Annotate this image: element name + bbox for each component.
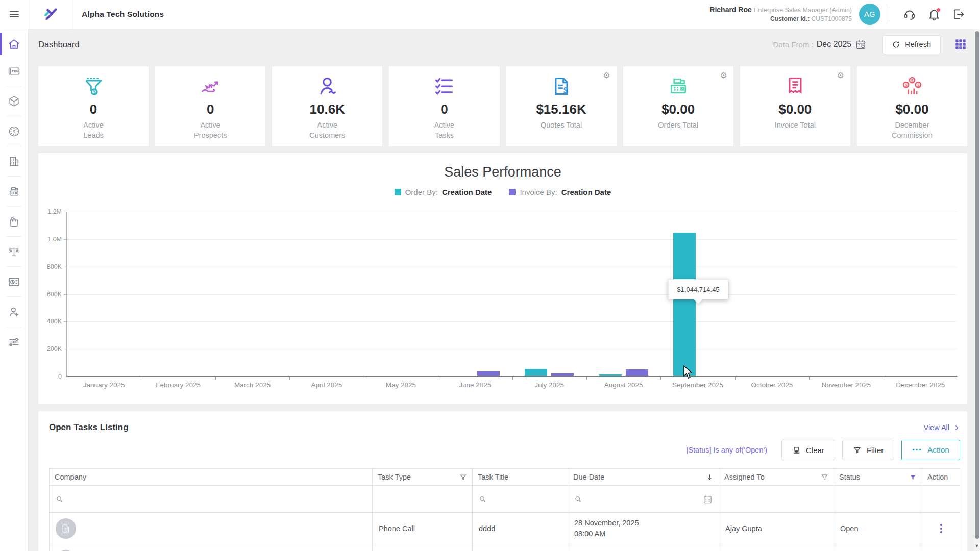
chart-bar-invoice-8[interactable] xyxy=(626,369,648,376)
row-actions-kebab-icon[interactable] xyxy=(928,524,953,533)
due-date-search-cell[interactable] xyxy=(568,486,719,513)
sidebar-item-sales-register[interactable] xyxy=(0,179,28,204)
task-type-cell: Send Email xyxy=(373,544,473,551)
customer-id-value: CUST1000875 xyxy=(812,15,852,22)
x-axis-tick xyxy=(67,376,67,380)
kpi-card-quotes-total[interactable]: ⚙ $ $15.16K Quotes Total xyxy=(506,66,617,146)
active-filter-chip[interactable]: [Status] Is any of('Open') xyxy=(686,446,767,454)
vertical-scrollbar[interactable]: ▼ xyxy=(974,29,980,551)
kpi-value: $0.00 xyxy=(662,102,695,117)
x-axis-label: February 2025 xyxy=(141,381,215,389)
kpi-card-active-customers[interactable]: 10.6K Active Customers xyxy=(272,66,382,146)
action-dots-icon: ••• xyxy=(912,447,922,453)
kpi-label: Active Customers xyxy=(309,120,345,140)
sidebar-divider xyxy=(7,236,21,237)
app-logo[interactable] xyxy=(29,0,74,29)
sidebar-item-crm[interactable]: CRM xyxy=(0,59,28,83)
column-header-task-type[interactable]: Task Type xyxy=(373,469,473,486)
chart-bar-order-9[interactable] xyxy=(673,233,696,376)
chart-gridline xyxy=(67,349,957,349)
legend-item-order[interactable]: Order By: Creation Date xyxy=(395,188,492,196)
column-header-due-date[interactable]: Due Date xyxy=(568,469,719,486)
column-header-assigned-to[interactable]: Assigned To xyxy=(719,469,834,486)
action-button[interactable]: ••• Action xyxy=(901,440,960,460)
chart-bar-order-8[interactable] xyxy=(599,374,622,376)
sidebar-item-home[interactable] xyxy=(0,32,28,56)
status-search-cell[interactable] xyxy=(834,486,922,513)
y-axis-label: 200K xyxy=(33,345,62,353)
y-axis-label: 1.2M xyxy=(33,208,62,215)
page-title: Dashboard xyxy=(38,40,80,49)
action-search-cell xyxy=(922,486,960,513)
kpi-label: Active Prospects xyxy=(194,120,227,140)
chart-title: Sales Performance xyxy=(38,153,967,180)
column-header-company[interactable]: Company xyxy=(50,469,373,486)
column-header-task-title[interactable]: Task Title xyxy=(473,469,568,486)
task-type-search-cell[interactable] xyxy=(373,486,473,513)
y-axis-label: 800K xyxy=(33,263,62,270)
gear-icon[interactable]: ⚙ xyxy=(720,71,727,80)
gear-icon[interactable]: ⚙ xyxy=(837,71,844,80)
y-axis-tick xyxy=(64,294,67,295)
data-from-label: Data From : xyxy=(773,40,814,49)
kpi-card-active-leads[interactable]: $ 0 Active Leads xyxy=(38,66,149,146)
scrollbar-thumb[interactable] xyxy=(975,31,979,539)
y-axis-label: 1.0M xyxy=(33,236,62,243)
sidebar-item-finance[interactable]: $ xyxy=(0,119,28,143)
hamburger-menu-icon[interactable] xyxy=(0,0,29,29)
filter-funnel-icon xyxy=(853,446,862,455)
gear-icon[interactable]: ⚙ xyxy=(603,71,610,80)
filter-button[interactable]: Filter xyxy=(842,440,894,460)
view-all-link[interactable]: View All xyxy=(923,423,960,432)
prospects-hand-chart-icon xyxy=(199,74,222,98)
mouse-cursor xyxy=(683,365,694,380)
kpi-card-orders-total[interactable]: ⚙ $0.00 Orders Total xyxy=(623,66,733,146)
user-info[interactable]: Richard Roe Enterprise Sales Manager (Ad… xyxy=(709,5,852,23)
legend-prefix: Order By: xyxy=(405,188,438,196)
status-cell: Open xyxy=(834,513,922,544)
sidebar-item-products[interactable] xyxy=(0,89,28,113)
kpi-card-active-prospects[interactable]: 0 Active Prospects xyxy=(155,66,265,146)
sidebar-item-reports[interactable] xyxy=(0,269,28,294)
avatar[interactable]: AG xyxy=(859,4,880,25)
kpi-value: $0.00 xyxy=(778,102,812,117)
refresh-button[interactable]: Refresh xyxy=(882,35,941,54)
company-search-cell[interactable] xyxy=(50,486,373,513)
sidebar-item-ledger[interactable]: DC xyxy=(0,239,28,264)
x-axis-tick xyxy=(364,376,364,380)
chart-bar-invoice-6[interactable] xyxy=(477,371,500,376)
sidebar-item-accounts[interactable] xyxy=(0,149,28,173)
sort-desc-icon[interactable] xyxy=(706,473,714,481)
table-row[interactable]: 121 AURORA HEALTH CARE CENTRAL Send Emai… xyxy=(50,544,960,551)
date-picker-icon[interactable] xyxy=(855,39,867,50)
kpi-card-active-tasks[interactable]: 0 Active Tasks xyxy=(389,66,499,146)
task-title-search-cell[interactable] xyxy=(473,486,568,513)
y-axis-tick xyxy=(64,239,67,240)
kpi-card-invoice-total[interactable]: ⚙ $0.00 Invoice Total xyxy=(740,66,850,146)
kpi-card-december-commission[interactable]: $$$ $0.00 December Commission xyxy=(857,66,967,146)
sidebar-item-add-user[interactable] xyxy=(0,299,28,324)
sidebar-item-settings[interactable] xyxy=(0,330,28,354)
table-row[interactable]: Phone Call dddd 28 November, 202508:00 A… xyxy=(50,513,960,544)
notifications-bell-icon[interactable] xyxy=(927,8,941,21)
column-header-status[interactable]: Status xyxy=(834,469,922,486)
filter-funnel-filled-icon[interactable] xyxy=(909,473,917,481)
support-headset-icon[interactable] xyxy=(903,8,916,21)
sidebar-item-purchases[interactable] xyxy=(0,209,28,234)
legend-prefix: Invoice By: xyxy=(520,188,557,196)
due-date-cell: 27 November, 2025 xyxy=(568,544,719,551)
chart-bar-invoice-7[interactable] xyxy=(551,373,574,376)
scrollbar-down-arrow-icon[interactable]: ▼ xyxy=(974,543,980,548)
logout-icon[interactable] xyxy=(952,8,965,21)
open-tasks-table: Company Task Type Task Title Due Date As… xyxy=(49,468,960,551)
legend-item-invoice[interactable]: Invoice By: Creation Date xyxy=(509,188,611,196)
filter-funnel-icon[interactable] xyxy=(821,473,828,481)
chart-bar-order-7[interactable] xyxy=(525,369,547,376)
widgets-grid-icon[interactable] xyxy=(954,38,967,51)
user-role: Enterprise Sales Manager (Admin) xyxy=(754,7,852,14)
clear-button[interactable]: Clear xyxy=(781,440,835,460)
search-icon xyxy=(479,495,486,503)
filter-funnel-icon[interactable] xyxy=(459,473,467,481)
calendar-icon[interactable] xyxy=(703,494,713,504)
assigned-to-search-cell[interactable] xyxy=(719,486,834,513)
